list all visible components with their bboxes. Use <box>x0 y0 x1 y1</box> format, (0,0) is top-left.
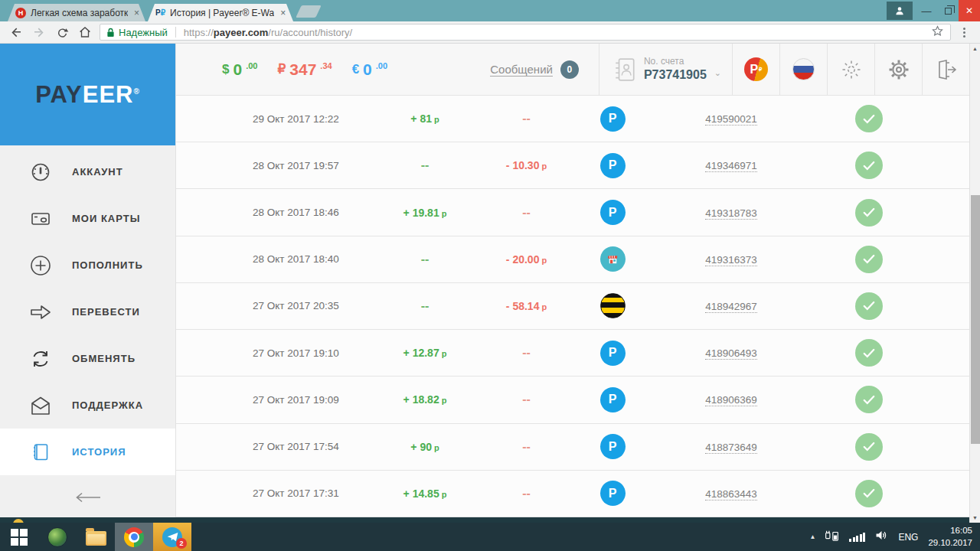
settings-button[interactable] <box>874 44 922 96</box>
page-scrollbar[interactable]: ▲ ▼ <box>969 44 980 523</box>
shop-operation-icon <box>600 246 626 272</box>
messages-label[interactable]: Сообщений <box>490 63 553 77</box>
tab-close-icon[interactable]: × <box>280 8 286 18</box>
windows-taskbar: 2 ▲ ENG 16:05 29.10.2017 <box>0 523 980 551</box>
empty-amount: -- <box>421 158 430 171</box>
start-button[interactable] <box>0 523 38 551</box>
operation-id-link[interactable]: 419316373 <box>705 254 757 266</box>
browser-menu-icon[interactable] <box>954 28 974 37</box>
empty-amount: -- <box>421 253 430 266</box>
taskbar-telegram-button[interactable]: 2 <box>153 523 191 551</box>
sidebar-item-label: ПОДДЕРЖКА <box>72 399 143 411</box>
sidebar-item-label: ОБМЕНЯТЬ <box>72 353 136 364</box>
theme-button[interactable] <box>827 44 874 96</box>
sidebar-item-2[interactable]: МОИ КАРТЫ <box>0 195 175 242</box>
browser-tab-2[interactable]: P₽ История | Payeer® E-Wa × <box>148 4 293 21</box>
income-amount: + 18.82р <box>403 393 447 406</box>
address-bar[interactable]: Надежный https://payeer.com/ru/account/h… <box>100 24 951 41</box>
account-selector[interactable]: No. счета P73741905 ⌄ <box>599 44 732 96</box>
operation-id-link[interactable]: 419318783 <box>705 207 757 220</box>
operation-id-link[interactable]: 419590021 <box>705 113 757 126</box>
new-tab-button[interactable] <box>296 5 321 18</box>
payeer-operation-icon: P <box>600 341 626 366</box>
operation-id-link[interactable]: 418942967 <box>705 301 757 313</box>
security-indicator[interactable]: Надежный <box>106 27 168 38</box>
window-close-button[interactable]: ✕ <box>959 0 980 21</box>
home-icon[interactable] <box>74 25 96 39</box>
operation-date: 29 Окт 2017 12:22 <box>253 113 368 125</box>
operation-id-link[interactable]: 418863443 <box>705 488 757 500</box>
gauge-icon <box>29 161 52 184</box>
hidden-icons-arrow[interactable]: ▲ <box>810 533 816 540</box>
omnibox-divider <box>175 27 176 37</box>
balance[interactable]: $0.00 <box>222 60 257 79</box>
language-indicator[interactable]: ENG <box>898 532 918 543</box>
sidebar-item-3[interactable]: ПОПОЛНИТЬ <box>0 242 175 289</box>
back-icon[interactable] <box>5 25 28 39</box>
history-row: 27 Окт 2017 17:54+ 90р--P418873649 <box>176 424 969 471</box>
language-button[interactable] <box>779 44 827 96</box>
bookmark-star-icon[interactable] <box>931 24 944 40</box>
payeer-operation-icon: P <box>600 387 626 412</box>
operation-id-link[interactable]: 418873649 <box>705 442 757 454</box>
browser-toolbar: Надежный https://payeer.com/ru/account/h… <box>0 21 980 44</box>
window-restore-button[interactable] <box>937 0 959 21</box>
payeer-operation-icon: P <box>600 106 626 132</box>
windows-logo-icon <box>11 529 28 546</box>
income-amount: + 14.85р <box>403 487 447 500</box>
success-check-icon <box>855 246 883 273</box>
payeer-logo-block[interactable]: PAYEER® <box>0 44 175 145</box>
sidebar-item-7[interactable]: ИСТОРИЯ <box>0 429 175 475</box>
sidebar-item-6[interactable]: ПОДДЕРЖКА <box>0 382 175 429</box>
operation-date: 27 Окт 2017 17:54 <box>253 441 368 452</box>
operation-id-link[interactable]: 419346971 <box>705 160 757 172</box>
payeer-operation-icon: P <box>600 481 626 506</box>
operation-date: 27 Окт 2017 20:35 <box>253 300 368 311</box>
operation-date: 28 Окт 2017 18:40 <box>253 253 368 265</box>
balance[interactable]: €0.00 <box>352 60 387 79</box>
payeer-app-button[interactable]: P₽ <box>732 44 779 96</box>
balance-amount: 0 <box>363 60 372 79</box>
empty-amount: -- <box>522 440 531 453</box>
lock-icon <box>106 28 115 37</box>
operation-id-link[interactable]: 418906369 <box>705 394 757 406</box>
system-tray: ▲ ENG 16:05 29.10.2017 <box>810 525 980 549</box>
operation-date: 27 Окт 2017 17:31 <box>253 487 368 499</box>
scroll-down-arrow[interactable]: ▼ <box>970 515 980 520</box>
balance[interactable]: ₽347.34 <box>277 60 332 79</box>
tab-close-icon[interactable]: × <box>134 8 139 18</box>
chevron-down-icon: ⌄ <box>714 68 721 78</box>
taskbar-explorer-button[interactable] <box>77 523 115 551</box>
battery-icon[interactable] <box>825 530 839 544</box>
payeer-operation-icon: P <box>600 153 626 178</box>
taskbar-clock[interactable]: 16:05 29.10.2017 <box>928 525 972 549</box>
sidebar-collapse-button[interactable] <box>0 475 175 520</box>
empty-amount: -- <box>522 393 531 406</box>
reload-icon[interactable] <box>51 26 74 39</box>
empty-amount: -- <box>522 206 531 219</box>
browser-tab-1[interactable]: H Легкая схема заработка × <box>8 4 145 21</box>
account-number: P73741905 <box>644 67 707 83</box>
operation-id-link[interactable]: 418906493 <box>705 347 757 360</box>
history-row: 28 Окт 2017 18:46+ 19.81р--P419318783 <box>176 189 969 236</box>
taskbar-internet-button[interactable] <box>38 523 77 551</box>
forward-icon[interactable] <box>28 25 51 39</box>
cards-icon <box>29 207 52 230</box>
logout-button[interactable] <box>922 44 969 96</box>
window-minimize-button[interactable]: — <box>916 0 937 21</box>
scrollbar-thumb[interactable] <box>971 195 980 444</box>
currency-symbol: € <box>352 60 359 79</box>
network-signal-icon[interactable] <box>849 533 865 542</box>
history-row: 28 Окт 2017 19:57--- 10.30рP419346971 <box>176 142 969 189</box>
taskbar-chrome-button[interactable] <box>115 523 153 551</box>
messages-link[interactable]: Сообщений 0 <box>490 60 579 79</box>
history-row: 27 Окт 2017 17:31+ 14.85р--P418863443 <box>176 471 969 517</box>
expense-amount: - 58.14р <box>506 300 547 312</box>
browser-profile-icon[interactable] <box>887 2 913 20</box>
scroll-up-arrow[interactable]: ▲ <box>970 46 980 51</box>
taskbar-time: 16:05 <box>928 525 972 537</box>
sidebar-item-4[interactable]: ПЕРЕВЕСТИ <box>0 289 175 335</box>
sidebar-item-5[interactable]: ОБМЕНЯТЬ <box>0 335 175 382</box>
sidebar-item-1[interactable]: АККАУНТ <box>0 148 175 195</box>
volume-icon[interactable] <box>875 530 888 544</box>
